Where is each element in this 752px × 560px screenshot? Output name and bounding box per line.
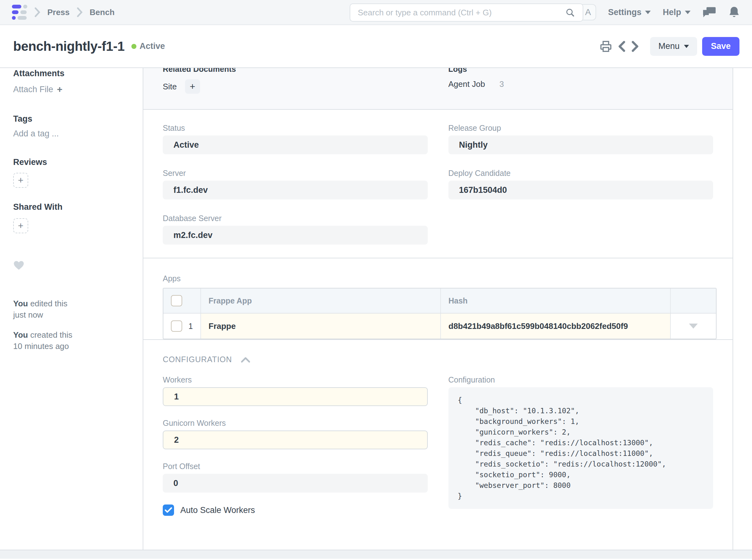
status-text: Active: [140, 41, 165, 51]
chevron-down-icon: [684, 45, 689, 48]
menu-button[interactable]: Menu: [650, 37, 697, 56]
logo-bar: [12, 16, 16, 20]
chat-button[interactable]: [702, 6, 716, 19]
chevron-down-icon: [685, 11, 691, 14]
port-offset-field: Port Offset 0: [163, 462, 428, 493]
row-checkbox[interactable]: [171, 320, 182, 332]
page-header: bench-nightly-f1-1 Active Menu Save: [0, 25, 752, 68]
status-field-value: Active: [163, 136, 428, 154]
release-group-field: Release Group Nightly: [449, 123, 713, 154]
created-when: 10 minutes ago: [13, 341, 69, 351]
workers-field: Workers 1: [163, 375, 428, 406]
apps-section: Apps Frappe App Hash 1 Frappe d8b: [143, 258, 733, 340]
shared-with-title: Shared With: [13, 202, 133, 212]
logo-bar: [20, 11, 27, 14]
chevron-right-icon: [631, 40, 640, 53]
hash-cell[interactable]: d8b421b49a8bf61c599b048140cbb2062fed50f9: [441, 314, 671, 339]
form-body: Related Documents Site + Logs Agent Job …: [143, 68, 733, 549]
configuration-json-label: Configuration: [449, 375, 713, 384]
page-bottom-strip: [0, 550, 752, 559]
deploy-candidate-field-label: Deploy Candidate: [449, 169, 713, 178]
auto-scale-workers-checkbox[interactable]: [163, 504, 174, 516]
apps-table: Frappe App Hash 1 Frappe d8b421b49a8bf61…: [163, 288, 716, 339]
search-placeholder: Search or type a command (Ctrl + G): [358, 8, 565, 18]
global-search-input[interactable]: Search or type a command (Ctrl + G): [350, 3, 583, 22]
edited-who: You: [13, 299, 28, 308]
gunicorn-workers-input[interactable]: 2: [163, 431, 428, 449]
details-section: Status Active Server f1.fc.dev Database …: [143, 110, 733, 258]
release-group-field-value: Nightly: [449, 136, 713, 154]
chat-icon: [702, 6, 716, 19]
add-share-button[interactable]: +: [13, 218, 28, 233]
menu-button-label: Menu: [658, 41, 679, 51]
page-title: bench-nightly-f1-1: [13, 39, 124, 54]
table-row: 1 Frappe d8b421b49a8bf61c599b048140cbb20…: [163, 314, 716, 339]
configuration-section-title: CONFIGURATION: [163, 355, 232, 364]
tags-title: Tags: [13, 114, 133, 124]
plus-icon: +: [18, 175, 23, 186]
prev-document-button[interactable]: [617, 40, 626, 53]
deploy-candidate-field-value: 167b1504d0: [449, 181, 713, 199]
status-indicator: Active: [132, 41, 165, 51]
new-site-button[interactable]: +: [185, 79, 200, 94]
workers-field-label: Workers: [163, 375, 428, 384]
frappe-app-cell[interactable]: Frappe: [201, 314, 441, 339]
plus-icon: +: [57, 84, 63, 95]
app-logo[interactable]: [12, 5, 27, 20]
like-button[interactable]: [13, 260, 24, 270]
chevron-down-icon: [645, 11, 651, 14]
print-button[interactable]: [599, 40, 612, 53]
edited-action: edited this: [28, 299, 67, 308]
site-link-label: Site: [163, 82, 177, 92]
help-label: Help: [662, 7, 681, 17]
related-documents-title: Related Documents: [163, 68, 428, 74]
hash-column-header: Hash: [441, 288, 671, 313]
apps-section-label: Apps: [163, 274, 713, 283]
add-review-button[interactable]: +: [13, 173, 28, 188]
breadcrumb-press[interactable]: Press: [47, 7, 70, 17]
next-document-button[interactable]: [631, 40, 640, 53]
database-server-field-label: Database Server: [163, 214, 428, 223]
notifications-button[interactable]: [728, 6, 740, 19]
frappe-app-column-header: Frappe App: [201, 288, 441, 313]
deploy-candidate-field: Deploy Candidate 167b1504d0: [449, 169, 713, 199]
row-dropdown-icon[interactable]: [689, 324, 698, 328]
select-all-checkbox[interactable]: [171, 295, 182, 306]
agent-job-link[interactable]: Agent Job: [449, 79, 485, 89]
row-expand-cell: [671, 314, 716, 339]
gunicorn-workers-field-label: Gunicorn Workers: [163, 419, 428, 427]
reviews-title: Reviews: [13, 157, 133, 167]
release-group-field-label: Release Group: [449, 123, 713, 132]
created-who: You: [13, 330, 28, 340]
port-offset-field-label: Port Offset: [163, 462, 428, 471]
bell-icon: [728, 6, 740, 19]
search-icon: [565, 7, 575, 18]
status-field: Status Active: [163, 123, 428, 154]
edited-when: just now: [13, 310, 43, 320]
logs-title: Logs: [449, 68, 713, 74]
logo-bar: [18, 16, 27, 20]
add-tag-input[interactable]: Add a tag ...: [13, 129, 59, 139]
breadcrumb-chevron-icon: [76, 7, 83, 18]
created-meta: You created this10 minutes ago: [13, 329, 133, 352]
server-field: Server f1.fc.dev: [163, 169, 428, 199]
attach-file-link[interactable]: Attach File +: [13, 84, 62, 95]
breadcrumb-bench[interactable]: Bench: [90, 7, 115, 17]
workers-input[interactable]: 1: [163, 387, 428, 406]
breadcrumb-chevron-icon: [34, 7, 41, 18]
help-menu[interactable]: Help: [662, 7, 691, 17]
plus-icon: +: [190, 81, 195, 92]
database-server-field-value: m2.fc.dev: [163, 226, 428, 244]
chevron-left-icon: [617, 40, 626, 53]
database-server-field: Database Server m2.fc.dev: [163, 214, 428, 244]
settings-menu[interactable]: Settings: [608, 7, 651, 17]
agent-job-count: 3: [499, 79, 504, 89]
status-field-label: Status: [163, 123, 428, 132]
row-index: 1: [189, 322, 193, 331]
gunicorn-workers-field: Gunicorn Workers 2: [163, 419, 428, 449]
edited-meta: You edited thisjust now: [13, 298, 133, 320]
chevron-up-icon: [240, 356, 251, 363]
header-actions-cell: [671, 288, 716, 313]
configuration-section-toggle[interactable]: CONFIGURATION: [163, 355, 713, 364]
save-button[interactable]: Save: [702, 37, 739, 56]
